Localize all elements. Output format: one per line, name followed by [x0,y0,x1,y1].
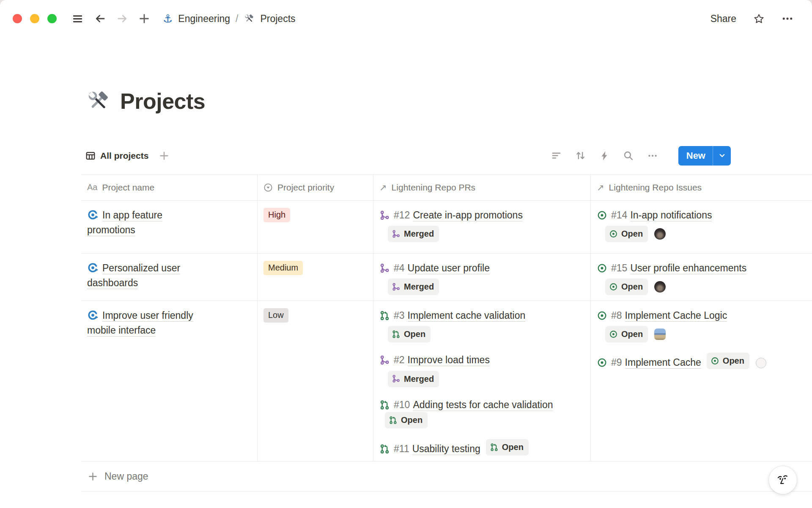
issue-reference: #15User profile enhancementsOpen [597,261,806,295]
cell-repo-issues: #8Implement Cache LogicOpen#9Implement C… [590,301,812,461]
text-property-icon: Aa [87,182,97,192]
plus-icon [88,471,98,482]
topbar-actions: Share [710,13,793,25]
issue-link[interactable]: User profile enhancements [630,262,746,274]
status-icon [490,443,499,452]
notion-ai-button[interactable] [769,466,797,494]
pr-link[interactable]: Implement cache validation [408,310,526,322]
cell-project-name[interactable]: Improve user friendly mobile interface [81,301,257,461]
pr-link[interactable]: Create in-app promotions [413,210,523,221]
new-button-chevron-down-icon[interactable] [713,146,731,166]
project-page-link[interactable]: Improve user friendly mobile interface [87,310,193,337]
view-more-icon[interactable] [647,150,658,161]
pr-reference: #12Create in-app promotionsMerged [379,208,584,243]
status-label: Open [502,441,524,453]
cell-project-priority[interactable]: Medium [257,254,373,301]
page-icon-hammer-wrench[interactable] [85,88,111,114]
priority-badge[interactable]: Low [263,308,288,323]
status-icon [392,282,401,291]
column-header-project-name[interactable]: Aa Project name [81,175,257,200]
new-record-button[interactable]: New [678,146,731,166]
table-view-icon [85,151,96,161]
toolbar-actions: New [551,146,731,166]
arrow-ne-icon: ↗ [379,182,387,193]
breadcrumb-page[interactable]: Projects [260,13,295,25]
page-title: Projects [120,88,205,114]
column-label: Lightening Repo PRs [392,182,475,193]
status-badge: Open [486,439,529,456]
priority-badge[interactable]: Medium [263,261,303,275]
status-badge-row: Open [379,326,584,342]
cell-project-priority[interactable]: High [257,201,373,253]
issue-open-icon [597,210,607,221]
search-icon[interactable] [623,150,634,161]
pr-link[interactable]: Adding tests for cache validation [413,399,553,411]
table-row: In app feature promotionsHigh#12Create i… [81,201,812,253]
window-titlebar: ⚓ Engineering / Projects Share [0,0,812,37]
filter-icon[interactable] [551,150,562,161]
status-badge: Open [707,353,749,369]
status-badge: Open [385,412,428,428]
column-label: Lightening Repo Issues [609,182,702,193]
issue-link[interactable]: Implement Cache Logic [625,310,727,322]
status-icon [389,416,398,425]
status-icon [392,374,401,383]
arrow-ne-icon: ↗ [597,182,604,193]
status-icon [392,330,401,339]
zoom-button[interactable] [47,14,57,23]
assignee-avatar [654,281,666,293]
automation-bolt-icon[interactable] [599,151,609,161]
new-page-icon[interactable] [138,13,150,25]
sort-icon[interactable] [575,150,586,161]
status-label: Open [723,354,744,367]
column-header-repo-issues[interactable]: ↗ Lightening Repo Issues [590,175,812,200]
breadcrumb-space[interactable]: Engineering [178,13,230,25]
add-view-icon[interactable] [159,150,170,161]
forward-icon[interactable] [116,13,128,25]
more-options-icon[interactable] [782,13,793,25]
priority-badge[interactable]: High [263,208,290,222]
anchor-icon: ⚓ [163,13,173,24]
table-row: Improve user friendly mobile interfaceLo… [81,301,812,461]
reference-number: #4 [394,262,405,273]
new-button-label[interactable]: New [678,146,713,166]
issue-link[interactable]: In-app notifications [630,210,712,221]
git-pull-request-icon [379,444,390,454]
git-pull-request-icon [379,310,390,321]
column-header-repo-prs[interactable]: ↗ Lightening Repo PRs [373,175,590,200]
status-label: Open [621,227,643,240]
reference-number: #12 [394,210,410,221]
pr-reference: #10Adding tests for cache validationOpen [379,398,584,429]
issue-open-icon [597,357,607,368]
reference-number: #8 [611,310,622,321]
reference-number: #10 [394,399,410,410]
share-button[interactable]: Share [710,13,736,25]
issue-link[interactable]: Implement Cache [625,357,701,369]
new-page-row[interactable]: New page [81,461,812,491]
status-badge-row: Merged [379,279,584,295]
column-header-project-priority[interactable]: Project priority [257,175,373,200]
git-merge-icon [379,263,390,273]
pr-link[interactable]: Improve load times [408,354,490,366]
close-button[interactable] [13,14,22,23]
project-page-link[interactable]: Personalized user dashboards [87,262,180,290]
cell-project-priority[interactable]: Low [257,301,373,461]
table-header-row: Aa Project name Project priority ↗ Light… [81,174,812,201]
cell-project-name[interactable]: In app feature promotions [81,201,257,253]
view-tab-all-projects[interactable]: All projects [81,151,148,161]
pr-link[interactable]: Update user profile [408,262,490,274]
project-icon [87,309,99,321]
database-toolbar: All projects New [81,146,731,166]
back-icon[interactable] [94,13,106,25]
pr-link[interactable]: Usability testing [412,443,480,455]
minimize-button[interactable] [30,14,39,23]
sidebar-toggle-icon[interactable] [72,13,83,25]
page-header: Projects [85,74,731,129]
reference-number: #11 [394,443,409,454]
new-page-label: New page [104,471,148,482]
favorite-star-icon[interactable] [753,13,765,25]
status-icon [609,229,618,238]
status-badge: Merged [388,371,439,387]
cell-project-name[interactable]: Personalized user dashboards [81,254,257,301]
issue-reference: #9Implement CacheOpen [597,353,806,370]
